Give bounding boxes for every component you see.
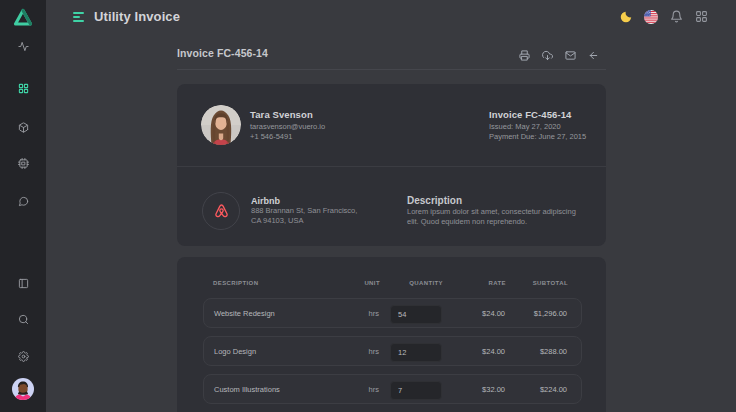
language-selector[interactable] — [644, 10, 658, 24]
company-name: Airbnb — [251, 196, 357, 206]
description-text: Lorem ipsum dolor sit amet, consectetur … — [407, 207, 583, 228]
sidebar-item-activity[interactable] — [0, 36, 46, 56]
company-address-2: CA 94103, USA — [251, 217, 357, 226]
gear-icon — [18, 351, 29, 362]
apps-menu-button[interactable] — [694, 10, 708, 24]
invoice-issued-date: Issued: May 27, 2020 — [489, 122, 586, 131]
company-address-1: 888 Brannan St, San Francisco, — [251, 207, 357, 216]
arrow-left-icon — [588, 50, 599, 61]
cpu-icon — [18, 158, 29, 169]
table-header-row: DESCRIPTION UNIT QUANTITY RATE SUBTOTAL — [203, 257, 582, 298]
invoice-meta: Invoice FC-456-14 Issued: May 27, 2020 P… — [489, 109, 586, 141]
customer-avatar — [201, 105, 241, 145]
item-quantity-cell — [390, 341, 442, 362]
send-mail-button[interactable] — [565, 50, 576, 61]
sidebar-item-search[interactable] — [0, 309, 46, 329]
invoice-due-date: Payment Due: June 27, 2015 — [489, 132, 586, 141]
item-description: Custom Illustrations — [214, 385, 344, 394]
column-header-description: DESCRIPTION — [213, 280, 345, 286]
customer-info: Tara Svenson tarasvenson@vuero.io +1 546… — [250, 109, 325, 141]
item-subtotal: $288.00 — [505, 347, 567, 356]
dark-mode-toggle[interactable] — [619, 10, 633, 24]
back-button[interactable] — [588, 50, 599, 61]
cloud-download-icon — [542, 50, 553, 61]
invoice-page: Invoice FC-456-14 — [177, 33, 606, 70]
page-header: Invoice FC-456-14 — [177, 33, 606, 70]
airbnb-logo-icon — [211, 201, 232, 222]
items-table: DESCRIPTION UNIT QUANTITY RATE SUBTOTAL … — [203, 257, 582, 412]
invoice-description: Description Lorem ipsum dolor sit amet, … — [407, 195, 583, 228]
sidebar-item-components[interactable] — [0, 117, 46, 137]
icon-sidebar — [0, 0, 46, 412]
item-description: Logo Design — [214, 347, 344, 356]
item-quantity-cell — [390, 303, 442, 324]
sidebar-item-panel[interactable] — [0, 273, 46, 293]
mail-icon — [565, 50, 576, 61]
company-logo — [202, 192, 240, 230]
download-button[interactable] — [542, 50, 553, 61]
invoice-number: Invoice FC-456-14 — [489, 109, 586, 120]
notifications-button[interactable] — [669, 10, 683, 24]
customer-phone: +1 546-5491 — [250, 132, 325, 141]
item-subtotal: $224.00 — [505, 385, 567, 394]
item-subtotal: $1,296.00 — [505, 309, 567, 318]
card-divider — [177, 166, 606, 167]
sidebar-item-messages[interactable] — [0, 191, 46, 211]
invoice-items-card: DESCRIPTION UNIT QUANTITY RATE SUBTOTAL … — [177, 257, 606, 412]
item-description: Website Redesign — [214, 309, 344, 318]
profile-avatar[interactable] — [0, 378, 46, 400]
customer-email: tarasvenson@vuero.io — [250, 122, 325, 131]
page-heading: Utility Invoice — [94, 0, 180, 33]
printer-icon — [519, 50, 530, 61]
vuero-logo-icon — [13, 8, 33, 28]
navbar-actions — [619, 0, 708, 33]
invoice-toolbar — [519, 50, 599, 61]
table-row: Website Redesign hrs $24.00 $1,296.00 — [203, 298, 582, 328]
company-info: Airbnb 888 Brannan St, San Francisco, CA… — [251, 196, 357, 227]
table-row: Logo Design hrs $24.00 $288.00 — [203, 336, 582, 366]
description-heading: Description — [407, 195, 583, 207]
sidebar-item-dashboards[interactable] — [0, 78, 46, 98]
item-quantity-cell — [390, 379, 442, 400]
customer-name: Tara Svenson — [250, 109, 325, 120]
user-avatar-image — [12, 378, 34, 400]
column-header-unit: UNIT — [345, 280, 380, 286]
menu-toggle-button[interactable] — [73, 10, 86, 23]
message-circle-icon — [18, 196, 29, 207]
quantity-input[interactable] — [390, 381, 442, 400]
column-header-rate: RATE — [456, 280, 506, 286]
activity-icon — [18, 41, 29, 52]
app-logo[interactable] — [0, 8, 46, 28]
item-rate: $24.00 — [455, 347, 505, 356]
sidebar-item-elements[interactable] — [0, 153, 46, 173]
sidebar-panel-icon — [18, 278, 29, 289]
customer-photo — [201, 105, 241, 145]
us-flag-icon — [644, 10, 658, 24]
grid-icon — [18, 83, 29, 94]
invoice-parties-card: Tara Svenson tarasvenson@vuero.io +1 546… — [177, 84, 606, 246]
column-header-quantity: QUANTITY — [391, 280, 443, 286]
moon-icon — [620, 10, 633, 23]
invoice-title: Invoice FC-456-14 — [177, 47, 268, 59]
item-rate: $24.00 — [455, 309, 505, 318]
box-icon — [18, 122, 29, 133]
item-unit: hrs — [344, 309, 379, 318]
apps-grid-icon — [695, 10, 708, 23]
column-header-subtotal: SUBTOTAL — [506, 280, 568, 286]
quantity-input[interactable] — [390, 343, 442, 362]
quantity-input[interactable] — [390, 305, 442, 324]
bell-icon — [670, 10, 683, 23]
item-unit: hrs — [344, 385, 379, 394]
table-row: Custom Illustrations hrs $32.00 $224.00 — [203, 374, 582, 404]
sidebar-item-settings[interactable] — [0, 346, 46, 366]
search-icon — [18, 314, 29, 325]
print-button[interactable] — [519, 50, 530, 61]
item-rate: $32.00 — [455, 385, 505, 394]
navbar: Utility Invoice — [46, 0, 736, 33]
item-unit: hrs — [344, 347, 379, 356]
